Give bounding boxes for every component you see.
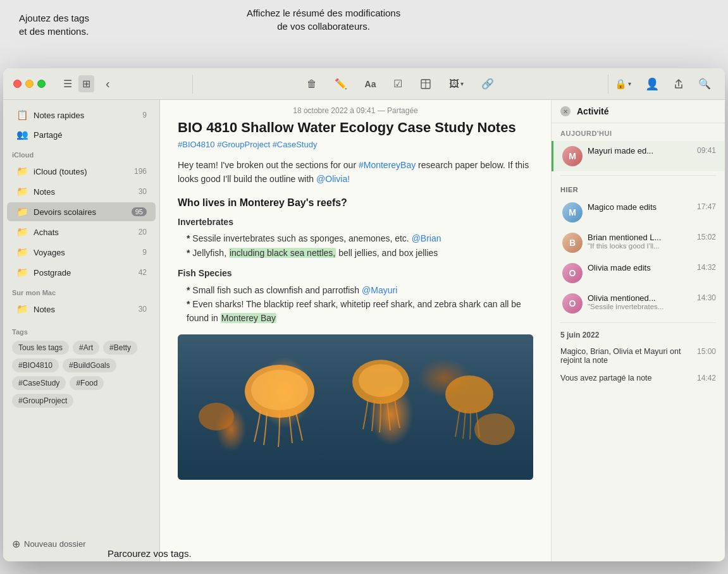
devoirs-badge: 95 — [132, 207, 147, 216]
note-title: BIO 4810 Shallow Water Ecology Case Stud… — [178, 119, 533, 137]
close-button[interactable] — [13, 80, 22, 88]
today-label: AUJOURD'HUI — [552, 123, 725, 141]
new-folder-label: Nouveau dossier — [24, 539, 86, 549]
note-body: Hey team! I've broken out the sections f… — [178, 158, 533, 326]
media-button[interactable]: 🖼 ▾ — [445, 76, 467, 92]
back-button[interactable]: ‹ — [102, 74, 114, 94]
bullet-clownfish: Small fish such as clownfish and parrotf… — [187, 283, 533, 297]
voyages-label: Voyages — [34, 248, 140, 257]
activity-item-magico[interactable]: M Magico made edits 17:47 — [552, 197, 725, 228]
note-area: 18 octobre 2022 à 09:41 — Partagée BIO 4… — [160, 100, 551, 561]
grid-view-button[interactable]: ⊞ — [78, 75, 94, 92]
sidebar-item-notes-rapides[interactable]: 📋 Notes rapides 9 — [7, 106, 156, 125]
toolbar-center: 🗑 ✏️ Aa ☑ 🖼 ▾ 🔗 — [195, 75, 605, 92]
media-icon: 🖼 — [449, 78, 459, 90]
font-button[interactable]: Aa — [361, 76, 380, 92]
note-tags: #BIO4810 #GroupProject #CaseStudy — [178, 140, 533, 149]
icloud-toutes-icon: 📁 — [16, 165, 28, 178]
monterey-bay-tag[interactable]: #MontereyBay — [359, 160, 416, 170]
juin-item-2-time: 14:42 — [697, 374, 716, 382]
delete-button[interactable]: 🗑 — [303, 76, 321, 92]
link-button[interactable]: 🔗 — [478, 75, 498, 92]
activity-item-mayuri[interactable]: M Mayuri made ed... 09:41 — [552, 141, 725, 171]
notes-mac-count: 30 — [139, 305, 147, 314]
sidebar-item-notes-mac[interactable]: 📁 Notes 30 — [7, 300, 156, 319]
activity-close-button[interactable]: ✕ — [560, 106, 571, 116]
checklist-button[interactable]: ☑ — [390, 75, 406, 92]
maximize-button[interactable] — [37, 80, 46, 88]
tags-label: Tags — [12, 328, 151, 336]
tag-art[interactable]: #Art — [73, 341, 99, 355]
olivia-edits-time: 14:32 — [697, 263, 716, 272]
notes-icon: 📁 — [16, 185, 28, 198]
share-button[interactable] — [669, 76, 688, 92]
olivia-mention-avatar: O — [562, 293, 583, 314]
mayuri-name: Mayuri made ed... — [588, 146, 692, 156]
search-button[interactable]: 🔍 — [694, 75, 715, 92]
divider-juin — [560, 322, 716, 323]
toolbar-right: 🔒 ▾ 👤 🔍 — [611, 75, 720, 94]
bullet-sessile: Sessile invertebrates such as sponges, a… — [187, 231, 533, 245]
tag-casestudy-link[interactable]: #CaseStudy — [273, 140, 318, 149]
table-button[interactable] — [416, 76, 435, 92]
mayuri-mention[interactable]: @Mayuri — [362, 285, 397, 295]
lock-button[interactable]: 🔒 ▾ — [611, 76, 635, 92]
juin-item-1: Magico, Brian, Olivia et Mayuri ont rejo… — [560, 345, 716, 367]
juin-item-2-text: Vous avez partagé la note — [560, 374, 691, 382]
sidebar-item-postgrade[interactable]: 📁 Postgrade 42 — [7, 263, 156, 282]
tags-section: Tags Tous les tags #Art #Betty #BIO4810 … — [3, 324, 159, 412]
brian-info: Brian mentioned L... "If this looks good… — [588, 233, 692, 250]
invertebrates-heading: Invertebrates — [178, 215, 533, 229]
sidebar-item-partage[interactable]: 👥 Partagé — [7, 125, 156, 144]
brian-mention[interactable]: @Brian — [412, 233, 441, 243]
voyages-count: 9 — [142, 248, 147, 257]
achats-count: 20 — [139, 228, 147, 236]
bullet-sharks: Even sharks! The blacktip reef shark, wh… — [187, 297, 533, 326]
juin-item-1-text: Magico, Brian, Olivia et Mayuri ont rejo… — [560, 347, 691, 365]
tag-food[interactable]: #Food — [70, 376, 104, 390]
compose-button[interactable]: ✏️ — [331, 75, 351, 92]
activity-item-brian[interactable]: B Brian mentioned L... "If this looks go… — [552, 228, 725, 258]
toolbar: ☰ ⊞ ‹ 🗑 ✏️ Aa ☑ 🖼 ▾ 🔗 — [3, 68, 725, 100]
postgrade-label: Postgrade — [34, 268, 136, 278]
notes-mac-icon: 📁 — [16, 303, 28, 315]
list-view-button[interactable]: ☰ — [59, 75, 76, 92]
olivia-mention-time: 14:30 — [697, 293, 716, 302]
sidebar-item-voyages[interactable]: 📁 Voyages 9 — [7, 243, 156, 262]
icloud-toutes-label: iCloud (toutes) — [34, 167, 132, 176]
sidebar-item-devoirs[interactable]: 📁 Devoirs scolaires 95 — [7, 202, 156, 221]
note-meta: 18 octobre 2022 à 09:41 — Partagée — [160, 100, 551, 119]
tag-groupproject-link[interactable]: #GroupProject — [217, 140, 270, 149]
olivia-mention-preview: "Sessile invertebrates... — [588, 303, 692, 310]
olivia-edits-name: Olivia made edits — [588, 263, 692, 272]
olivia-mention[interactable]: @Olivia! — [316, 174, 350, 184]
tag-betty[interactable]: #Betty — [103, 341, 137, 355]
tag-groupproject[interactable]: #GroupProject — [12, 394, 73, 408]
fish-species-heading: Fish Species — [178, 266, 533, 280]
note-intro-paragraph: Hey team! I've broken out the sections f… — [178, 158, 533, 186]
new-folder-icon: ⊕ — [12, 538, 20, 550]
notes-count: 30 — [139, 187, 147, 196]
sidebar-item-achats[interactable]: 📁 Achats 20 — [7, 223, 156, 241]
note-content[interactable]: BIO 4810 Shallow Water Ecology Case Stud… — [160, 119, 551, 561]
sidebar-item-notes[interactable]: 📁 Notes 30 — [7, 182, 156, 201]
note-jellyfish-image — [178, 334, 533, 480]
new-folder-button[interactable]: ⊕ Nouveau dossier — [12, 538, 86, 550]
activity-item-olivia-mention[interactable]: O Olivia mentioned... "Sessile invertebr… — [552, 288, 725, 319]
collab-button[interactable]: 👤 — [641, 75, 663, 94]
activity-item-olivia-edits[interactable]: O Olivia made edits 14:32 — [552, 258, 725, 288]
magico-avatar: M — [562, 202, 583, 223]
juin-section: 5 juin 2022 Magico, Brian, Olivia et May… — [552, 327, 725, 389]
sidebar-item-icloud-toutes[interactable]: 📁 iCloud (toutes) 196 — [7, 162, 156, 181]
tag-bio4810[interactable]: #BIO4810 — [12, 358, 59, 372]
tag-casestudy[interactable]: #CaseStudy — [12, 376, 66, 390]
annotation-top-center: Affichez le résumé des modifications de … — [247, 6, 400, 33]
tag-buildgoals[interactable]: #BuildGoals — [63, 358, 116, 372]
tag-bio4810-link[interactable]: #BIO4810 — [178, 140, 215, 149]
tag-tous[interactable]: Tous les tags — [12, 341, 69, 355]
mayuri-avatar: M — [562, 146, 583, 166]
invertebrates-list: Sessile invertebrates such as sponges, a… — [178, 231, 533, 260]
section1-heading: Who lives in Monterey Bay's reefs? — [178, 195, 533, 211]
brian-name: Brian mentioned L... — [588, 233, 692, 242]
minimize-button[interactable] — [25, 80, 34, 88]
